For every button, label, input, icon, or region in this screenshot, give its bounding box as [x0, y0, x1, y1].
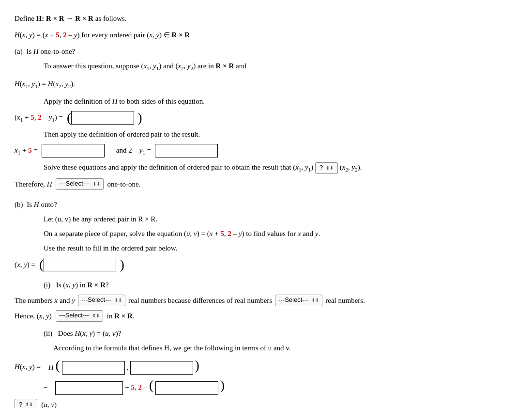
select-are1-text: ---Select--- — [81, 295, 111, 305]
according-text: According to the formula that defines H,… — [53, 342, 517, 354]
hxy-label: H(x, y) = — [15, 361, 41, 373]
use-result: Use the result to fill in the ordered pa… — [44, 242, 517, 254]
part-a-setup: To answer this question, suppose (x1, y1… — [44, 60, 517, 73]
select-are3-arrow: ⬆⬇ — [92, 312, 100, 320]
hxy-line2: = + 5, 2 – ( ) — [15, 378, 517, 395]
let-text: Let (u, v) be any ordered pair in R × R. — [44, 213, 517, 225]
xy-equation: (x, y) = ( ) — [15, 258, 517, 271]
select-are3-text: ---Select--- — [59, 311, 89, 321]
hxy-line3: ? ⬆⬇ (u, v) — [15, 399, 517, 408]
real-text1: real numbers because differences of real… — [128, 295, 272, 306]
x1-label: x1 + 5 = — [15, 144, 38, 157]
part-b: (b) Is H onto? Let (u, v) be any ordered… — [15, 199, 517, 408]
paren-close-h: ) — [195, 358, 199, 373]
xy-label: (x, y) = — [15, 259, 35, 270]
part-b-ii: (ii) Does H(x, y) = (u, v)? According to… — [15, 328, 517, 408]
real-text2: real numbers. — [325, 295, 365, 306]
lhs-equation: (x1 + 5, 2 – y1) = ( ) — [15, 111, 517, 125]
apply-definition: Apply the definition of H to both sides … — [44, 95, 517, 107]
input-y1[interactable] — [155, 144, 218, 157]
formula-line: H(x, y) = (x + 5, 2 – y) for every order… — [15, 29, 517, 41]
select-oto-arrow: ⬆⬇ — [92, 180, 100, 188]
select-are2-arrow: ⬆⬇ — [311, 297, 319, 304]
therefore-text: Therefore, H — [15, 178, 52, 190]
uv-text: (u, v) — [41, 399, 57, 408]
in-rxr-text: in R × R. — [107, 310, 135, 322]
lhs-label: (x1 + 5, 2 – y1) = — [15, 111, 63, 125]
paren-input-1: ( ) — [67, 111, 142, 125]
define-line: Define H: R × R → R × R as follows. — [15, 13, 517, 24]
comma-h: , — [126, 363, 128, 371]
select-are2-text: ---Select--- — [278, 295, 308, 305]
therefore-line: Therefore, H ---Select--- ⬆⬇ one-to-one. — [15, 178, 517, 190]
input-h-inner2[interactable] — [130, 361, 193, 375]
eq-sign2: = — [44, 381, 47, 392]
input-x1[interactable] — [42, 144, 105, 157]
input-eq2-left[interactable] — [55, 381, 123, 395]
x1-equation: x1 + 5 = and 2 – y1 = — [15, 144, 517, 157]
input-xy-inner[interactable] — [44, 258, 116, 271]
part-b-i-label: (i) Is (x, y) in R × R? — [44, 279, 517, 291]
part-b-label: (b) Is H onto? — [15, 199, 517, 210]
hence-text: Hence, (x, y) — [15, 310, 52, 322]
page-container: Define H: R × R → R × R as follows. H(x,… — [15, 13, 517, 408]
select-are3[interactable]: ---Select--- ⬆⬇ — [56, 310, 103, 322]
paren-xy: ( ) — [39, 258, 124, 271]
qmark-arrow-1: ⬆⬇ — [326, 164, 334, 172]
paren-open-h: ( — [56, 358, 60, 373]
select-oto[interactable]: ---Select--- ⬆⬇ — [56, 178, 103, 190]
then-apply: Then apply the definition of ordered pai… — [44, 128, 517, 140]
and-label: and 2 – y1 = — [116, 144, 151, 157]
on-separate: On a separate piece of paper, solve the … — [44, 228, 517, 239]
part-b-i: (i) Is (x, y) in R × R? The numbers x an… — [15, 279, 517, 322]
part-a: (a) Is H one-to-one? To answer this ques… — [15, 46, 517, 190]
qmark-text-1: ? — [319, 163, 323, 173]
hxy-line1: H(x, y) = H ( , ) — [15, 359, 517, 375]
qmark-text-2: ? — [19, 400, 22, 408]
select-oto-text: ---Select--- — [59, 179, 89, 189]
input-eq2-right[interactable] — [155, 381, 218, 395]
select-are1[interactable]: ---Select--- ⬆⬇ — [78, 295, 125, 306]
hence-line: Hence, (x, y) ---Select--- ⬆⬇ in R × R. — [15, 310, 517, 322]
part-a-eq1: H(x1, y1) = H(x2, y2). — [15, 78, 517, 91]
one-to-one-text: one-to-one. — [107, 178, 141, 190]
input-lhs-inner[interactable] — [71, 111, 134, 125]
select-are1-arrow: ⬆⬇ — [114, 297, 122, 304]
solve-text: Solve these equations and apply the defi… — [44, 161, 517, 174]
input-h-inner1[interactable] — [62, 361, 125, 375]
real-numbers-line: The numbers x and y ---Select--- ⬆⬇ real… — [15, 295, 517, 306]
h-paren-wrap: H ( , ) — [48, 359, 199, 375]
the-numbers-text: The numbers x and y — [15, 295, 75, 306]
eq2-content: + 5, 2 – ( ) — [55, 378, 225, 395]
qmark-arrow-2: ⬆⬇ — [25, 401, 33, 408]
qmark-btn-2[interactable]: ? ⬆⬇ — [15, 399, 37, 408]
part-b-ii-label: (ii) Does H(x, y) = (u, v)? — [44, 328, 517, 339]
part-a-label: (a) Is H one-to-one? — [15, 46, 517, 57]
qmark-btn-1[interactable]: ? ⬆⬇ — [315, 162, 338, 174]
h-letter: H — [48, 363, 54, 371]
select-are2[interactable]: ---Select--- ⬆⬇ — [275, 295, 322, 306]
